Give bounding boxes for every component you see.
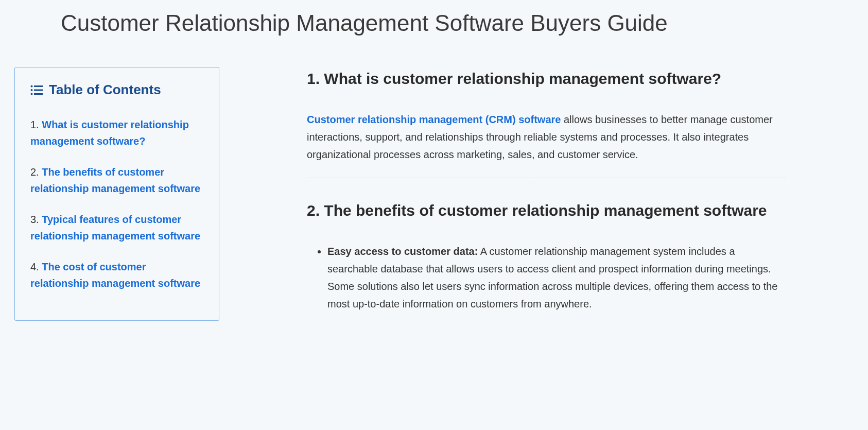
svg-point-0: [31, 85, 33, 87]
section-1-paragraph: Customer relationship management (CRM) s…: [307, 111, 786, 163]
section-2-heading: 2. The benefits of customer relationship…: [307, 199, 786, 222]
toc-link-benefits[interactable]: The benefits of customer relationship ma…: [30, 166, 200, 194]
main-content: 1. What is customer relationship managem…: [307, 67, 786, 323]
toc-link-cost[interactable]: The cost of customer relationship manage…: [30, 261, 200, 289]
toc-item: 2. The benefits of customer relationship…: [30, 164, 203, 197]
svg-rect-1: [34, 85, 43, 87]
toc-list: 1. What is customer relationship managem…: [30, 116, 203, 291]
toc-item-number: 1.: [30, 119, 39, 130]
toc-header: Table of Contents: [30, 82, 203, 98]
toc-item: 3. Typical features of customer relation…: [30, 211, 203, 244]
list-icon: [30, 85, 43, 95]
toc-item: 1. What is customer relationship managem…: [30, 116, 203, 149]
toc-title: Table of Contents: [49, 82, 161, 98]
toc-item-number: 3.: [30, 214, 39, 225]
table-of-contents: Table of Contents 1. What is customer re…: [14, 67, 219, 321]
svg-rect-5: [34, 93, 43, 95]
main-layout: Table of Contents 1. What is customer re…: [14, 67, 854, 323]
svg-rect-3: [34, 89, 43, 91]
svg-point-2: [31, 89, 33, 91]
toc-link-features[interactable]: Typical features of customer relationshi…: [30, 214, 200, 242]
benefit-list: Easy access to customer data: A customer…: [307, 243, 786, 313]
section-1-heading: 1. What is customer relationship managem…: [307, 67, 786, 90]
benefit-label: Easy access to customer data:: [327, 246, 478, 257]
page-title: Customer Relationship Management Softwar…: [61, 10, 854, 36]
toc-item-number: 4.: [30, 261, 39, 272]
crm-software-link[interactable]: Customer relationship management (CRM) s…: [307, 114, 561, 125]
section-divider: [307, 178, 786, 178]
svg-point-4: [31, 93, 33, 95]
benefit-item: Easy access to customer data: A customer…: [327, 243, 786, 313]
toc-link-what-is[interactable]: What is customer relationship management…: [30, 119, 189, 147]
toc-item-number: 2.: [30, 166, 39, 178]
toc-item: 4. The cost of customer relationship man…: [30, 259, 203, 291]
